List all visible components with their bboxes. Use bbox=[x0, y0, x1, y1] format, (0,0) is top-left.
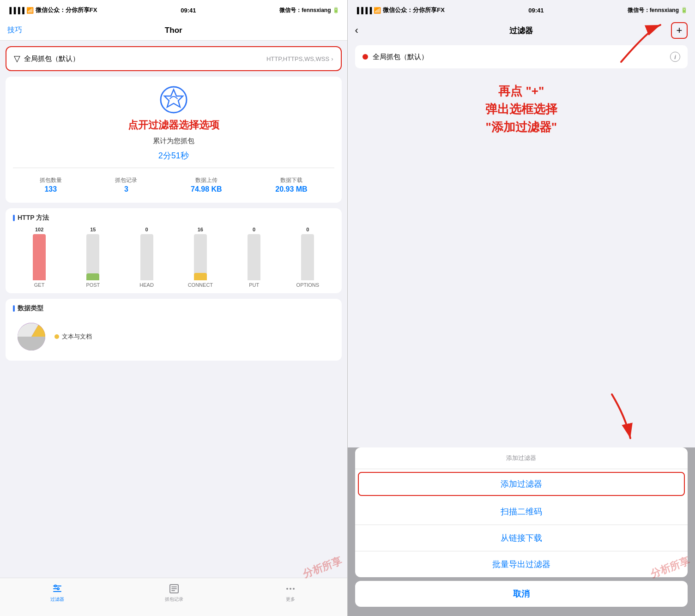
back-button-left[interactable]: 技巧 bbox=[7, 25, 22, 35]
status-right-left: 微信号：fennsxiang 🔋 bbox=[279, 6, 339, 14]
data-type-content: 文本与文档 bbox=[13, 318, 334, 355]
info-icon[interactable]: i bbox=[670, 52, 680, 62]
tab-more-label: 更多 bbox=[286, 596, 295, 603]
http-section-title: HTTP 方法 bbox=[13, 214, 334, 222]
filter-list-item[interactable]: 全局抓包（默认） i bbox=[355, 45, 688, 68]
stat-value-1: 3 bbox=[124, 185, 128, 193]
bar-container-post bbox=[86, 234, 99, 280]
nav-bar-right: ‹ 过滤器 + bbox=[348, 20, 695, 41]
thor-logo bbox=[160, 86, 187, 114]
bar-count-options: 0 bbox=[306, 227, 309, 232]
bar-container-head bbox=[140, 234, 153, 280]
stats-divider bbox=[13, 168, 334, 168]
right-panel: ▐▐▐▐ 📶 微信公众：分你所享FX 09:41 微信号：fennsxiang … bbox=[348, 0, 695, 616]
action-sheet-cancel[interactable]: 取消 bbox=[355, 581, 688, 607]
data-type-title: 数据类型 bbox=[13, 304, 334, 313]
bar-count-head: 0 bbox=[145, 227, 148, 232]
tab-more[interactable]: 更多 bbox=[284, 582, 297, 603]
bar-name-put: PUT bbox=[249, 282, 259, 288]
bar-count-connect: 16 bbox=[198, 227, 203, 232]
add-filter-button[interactable]: + bbox=[671, 22, 688, 39]
action-sheet-item-3[interactable]: 批量导出过滤器 bbox=[355, 551, 688, 577]
filter-card-left: ▽ 全局抓包（默认） bbox=[14, 54, 79, 64]
status-bar-left: ▐▐▐▐ 📶 微信公众：分你所享FX 09:41 微信号：fennsxiang … bbox=[0, 0, 347, 20]
bar-container-get bbox=[33, 234, 46, 280]
stat-value-3: 20.93 MB bbox=[275, 185, 307, 193]
pie-chart bbox=[13, 318, 50, 355]
svg-point-14 bbox=[293, 588, 295, 590]
bar-count-put: 0 bbox=[253, 227, 255, 232]
annotation-text: 再点 "+" 弹出选框选择 "添加过滤器" bbox=[485, 82, 557, 136]
wechat-label-right: 微信公众：分你所享FX bbox=[383, 6, 445, 14]
annotation-line1: 再点 "+" bbox=[485, 82, 557, 100]
back-button-right[interactable]: ‹ bbox=[355, 24, 358, 36]
bar-count-post: 15 bbox=[90, 227, 96, 232]
main-stats-card: 点开过滤器选择选项 累计为您抓包 2分51秒 抓包数量 133 抓包记录 3 数… bbox=[6, 77, 342, 203]
filter-list-label: 全局抓包（默认） bbox=[373, 53, 666, 61]
filter-chevron: › bbox=[331, 55, 333, 62]
action-sheet-item-0[interactable]: 添加过滤器 bbox=[358, 472, 685, 496]
bar-container-put bbox=[248, 234, 260, 280]
tab-capture-label: 抓包记录 bbox=[165, 596, 183, 603]
bar-container-connect bbox=[194, 234, 207, 280]
tab-capture[interactable]: 抓包记录 bbox=[165, 582, 183, 603]
nav-bar-left: 技巧 Thor bbox=[0, 20, 347, 41]
bar-name-post: POST bbox=[86, 282, 100, 288]
http-methods-card: HTTP 方法 102GET15POST0HEAD16CONNECT0PUT0O… bbox=[6, 208, 342, 293]
battery-icon-left: 🔋 bbox=[332, 7, 339, 13]
stat-record: 抓包记录 3 bbox=[115, 176, 137, 193]
status-right-right: 微信号：fennsxiang 🔋 bbox=[628, 6, 688, 14]
bar-item-put: 0PUT bbox=[231, 227, 277, 288]
bar-fill-connect bbox=[194, 273, 207, 280]
tab-filter[interactable]: 过滤器 bbox=[50, 582, 64, 603]
legend-label-text-doc: 文本与文档 bbox=[62, 332, 92, 341]
bar-name-options: OPTIONS bbox=[296, 282, 320, 288]
stat-capture-count: 抓包数量 133 bbox=[40, 176, 62, 193]
filter-icon: ▽ bbox=[14, 54, 20, 64]
stat-label-3: 数据下载 bbox=[280, 176, 302, 184]
action-sheet-item-2[interactable]: 从链接下载 bbox=[355, 525, 688, 551]
status-signal-right: ▐▐▐▐ 📶 微信公众：分你所享FX bbox=[355, 6, 445, 14]
bar-item-get: 102GET bbox=[17, 227, 62, 288]
svg-rect-11 bbox=[171, 590, 175, 591]
bar-name-get: GET bbox=[34, 282, 45, 288]
stat-value-0: 133 bbox=[44, 185, 57, 193]
time-right: 09:41 bbox=[528, 7, 544, 14]
stat-download: 数据下载 20.93 MB bbox=[275, 176, 307, 193]
filter-protocols: HTTP,HTTPS,WS,WSS bbox=[266, 55, 329, 62]
stat-label-1: 抓包记录 bbox=[115, 176, 137, 184]
wechat-id-label: 微信号：fennsxiang bbox=[279, 6, 331, 14]
signal-icon: ▐▐▐▐ bbox=[7, 7, 24, 14]
legend-dot-yellow bbox=[54, 334, 59, 339]
filter-card-right: HTTP,HTTPS,WS,WSS › bbox=[266, 55, 333, 62]
svg-rect-10 bbox=[171, 588, 177, 589]
battery-icon-right: 🔋 bbox=[681, 7, 688, 13]
time-left: 09:41 bbox=[181, 7, 196, 14]
annotation-line3: "添加过滤器" bbox=[485, 118, 557, 136]
bar-item-post: 15POST bbox=[70, 227, 115, 288]
svg-point-5 bbox=[54, 585, 56, 587]
svg-point-7 bbox=[57, 588, 59, 590]
action-sheet-group: 添加过滤器 添加过滤器 扫描二维码 从链接下载 批量导出过滤器 bbox=[355, 447, 688, 577]
wechat-id-right: 微信号：fennsxiang bbox=[628, 6, 679, 14]
status-signal-left: ▐▐▐▐ 📶 微信公众：分你所享FX bbox=[7, 6, 97, 14]
filter-card[interactable]: ▽ 全局抓包（默认） HTTP,HTTPS,WS,WSS › bbox=[6, 46, 342, 71]
svg-point-13 bbox=[290, 588, 291, 590]
bar-name-head: HEAD bbox=[139, 282, 154, 288]
nav-title-left: Thor bbox=[165, 26, 182, 35]
stats-label: 累计为您抓包 bbox=[153, 137, 194, 145]
wifi-icon: 📶 bbox=[26, 7, 34, 14]
filter-active-dot bbox=[363, 54, 368, 60]
action-sheet-item-1[interactable]: 扫描二维码 bbox=[355, 499, 688, 525]
filter-label: 全局抓包（默认） bbox=[24, 54, 79, 63]
filter-tab-icon bbox=[51, 582, 64, 595]
bar-container-options bbox=[301, 234, 314, 280]
content-left: ▽ 全局抓包（默认） HTTP,HTTPS,WS,WSS › 点开过滤器选择选项… bbox=[0, 41, 347, 578]
stat-label-2: 数据上传 bbox=[195, 176, 218, 184]
stats-row: 抓包数量 133 抓包记录 3 数据上传 74.98 KB 数据下载 20.93… bbox=[13, 176, 334, 193]
bar-count-get: 102 bbox=[35, 227, 43, 232]
legend-text-doc: 文本与文档 bbox=[54, 332, 92, 341]
wechat-label: 微信公众：分你所享FX bbox=[36, 6, 97, 14]
wifi-icon-right: 📶 bbox=[374, 7, 381, 14]
more-tab-icon bbox=[284, 582, 297, 595]
